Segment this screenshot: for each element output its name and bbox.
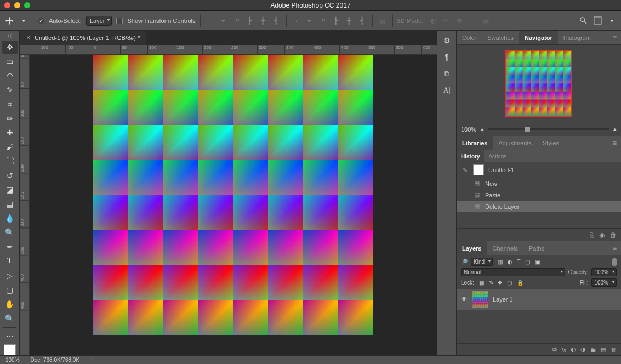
stamp-tool[interactable]: ⛶ bbox=[2, 155, 18, 168]
layer-mask-icon[interactable]: ◐ bbox=[571, 346, 576, 353]
type-tool[interactable]: T bbox=[2, 254, 18, 268]
toolbar-collapse-icon[interactable]: ⟨⟨ bbox=[8, 33, 12, 38]
zoom-slider[interactable] bbox=[488, 128, 609, 130]
canvas-viewport[interactable] bbox=[30, 55, 437, 355]
dodge-tool[interactable]: 🔍 bbox=[2, 226, 18, 239]
align-right-icon[interactable]: ┫ bbox=[271, 15, 282, 26]
navigator-zoom-value[interactable]: 100% bbox=[461, 126, 476, 133]
zoom-out-icon[interactable]: ▴ bbox=[481, 126, 484, 133]
eyedropper-tool[interactable]: ✑ bbox=[2, 112, 18, 125]
layer-list[interactable]: 👁Layer 1 bbox=[457, 289, 621, 343]
lock-transparent-icon[interactable]: ▦ bbox=[479, 280, 484, 286]
search-icon[interactable] bbox=[578, 16, 588, 26]
filter-pixel-icon[interactable]: ▥ bbox=[498, 259, 503, 265]
layer-name[interactable]: Layer 1 bbox=[493, 296, 513, 303]
align-vcenter-icon[interactable]: ⫟ bbox=[218, 15, 229, 26]
tab-styles[interactable]: Styles bbox=[537, 136, 565, 150]
blur-tool[interactable]: 💧 bbox=[2, 212, 18, 225]
lock-position-icon[interactable]: ✥ bbox=[498, 280, 502, 286]
tab-navigator[interactable]: Navigator bbox=[519, 31, 558, 44]
visibility-icon[interactable]: 👁 bbox=[461, 295, 468, 303]
fill-field[interactable]: 100% bbox=[591, 278, 617, 287]
tab-histogram[interactable]: Histogram bbox=[558, 31, 596, 44]
gradient-tool[interactable]: ▤ bbox=[2, 197, 18, 211]
filter-adjust-icon[interactable]: ◐ bbox=[508, 259, 512, 265]
lock-pixels-icon[interactable]: ✎ bbox=[489, 280, 493, 286]
panel-menu-icon[interactable]: ≡ bbox=[608, 34, 621, 42]
new-snapshot-icon[interactable]: ⎘ bbox=[590, 231, 594, 239]
filter-shape-icon[interactable]: ▢ bbox=[525, 259, 530, 265]
adjustment-icon[interactable]: ◑ bbox=[580, 346, 586, 353]
navigator-body[interactable] bbox=[457, 45, 621, 122]
orbit-icon[interactable]: ◐ bbox=[428, 15, 438, 26]
status-docsize[interactable]: Doc: 768.0K/768.0K bbox=[31, 357, 80, 363]
zoom-in-icon[interactable]: ▴ bbox=[613, 126, 617, 133]
filter-smart-icon[interactable]: ▣ bbox=[535, 259, 540, 265]
tab-color[interactable]: Color bbox=[457, 31, 482, 44]
navigator-thumbnail[interactable] bbox=[505, 50, 572, 117]
paragraph-icon[interactable]: ¶ bbox=[445, 53, 449, 61]
panel-menu-icon[interactable]: ≡ bbox=[608, 244, 621, 252]
move-tool[interactable]: ✥ bbox=[2, 41, 18, 54]
history-doc-row[interactable]: ✎ Untitled-1 bbox=[457, 162, 621, 178]
align-bottom-icon[interactable]: ⫡ bbox=[231, 15, 242, 26]
trash-icon[interactable]: 🗑 bbox=[611, 346, 617, 353]
glyphs-icon[interactable]: ⧉ bbox=[444, 69, 449, 78]
auto-select-checkbox[interactable] bbox=[38, 18, 44, 24]
window-zoom[interactable] bbox=[24, 2, 30, 8]
status-chevron-icon[interactable]: 〉 bbox=[90, 356, 96, 364]
layer-row[interactable]: 👁Layer 1 bbox=[457, 289, 621, 310]
history-item[interactable]: ▤New bbox=[457, 178, 621, 189]
dist-bottom-icon[interactable]: ⫡ bbox=[317, 15, 328, 26]
close-tab-icon[interactable]: × bbox=[26, 34, 30, 42]
dist-top-icon[interactable]: ⫠ bbox=[291, 15, 302, 26]
trash-icon[interactable]: 🗑 bbox=[610, 231, 617, 239]
foreground-swatch[interactable] bbox=[4, 344, 16, 355]
history-panel[interactable]: ✎ Untitled-1 ▤New▤Paste▤Delete Layer bbox=[457, 162, 621, 228]
history-brush-tool[interactable]: ↺ bbox=[2, 169, 18, 182]
document-canvas[interactable] bbox=[93, 55, 373, 335]
pan-icon[interactable]: ✥ bbox=[454, 15, 465, 26]
crop-tool[interactable]: ⌗ bbox=[2, 98, 18, 111]
lock-artboard-icon[interactable]: ▢ bbox=[507, 280, 512, 286]
camera-icon[interactable]: ▣ bbox=[480, 15, 491, 26]
slide-icon[interactable]: ↔ bbox=[467, 15, 478, 26]
lasso-tool[interactable]: ◠ bbox=[2, 69, 18, 82]
lock-all-icon[interactable]: 🔒 bbox=[517, 280, 523, 286]
auto-align-icon[interactable]: ▦ bbox=[377, 15, 388, 26]
eraser-tool[interactable]: ◪ bbox=[2, 183, 18, 196]
filter-toggle[interactable] bbox=[612, 258, 617, 266]
pen-tool[interactable]: ✒ bbox=[2, 240, 18, 253]
dist-right-icon[interactable]: ┫ bbox=[357, 15, 368, 26]
transform-checkbox[interactable] bbox=[116, 18, 123, 24]
brush-tool[interactable]: 🖌 bbox=[2, 140, 18, 153]
roll-icon[interactable]: ⟳ bbox=[441, 15, 452, 26]
auto-select-dropdown[interactable]: Layer bbox=[86, 16, 112, 26]
tab-history[interactable]: History bbox=[457, 150, 484, 162]
tab-layers[interactable]: Layers bbox=[457, 241, 487, 255]
window-minimize[interactable] bbox=[14, 2, 20, 8]
history-item[interactable]: ▤Paste bbox=[457, 189, 621, 201]
options-chevron-icon[interactable]: ▾ bbox=[19, 16, 29, 26]
hand-tool[interactable]: ✋ bbox=[2, 298, 18, 311]
zoom-tool[interactable]: 🔍 bbox=[2, 312, 18, 325]
dist-vcenter-icon[interactable]: ⫟ bbox=[304, 15, 315, 26]
blend-mode-dropdown[interactable]: Normal bbox=[461, 268, 565, 276]
status-zoom[interactable]: 100% bbox=[5, 357, 20, 363]
marquee-tool[interactable]: ▭ bbox=[2, 55, 18, 68]
tab-swatches[interactable]: Swatches bbox=[482, 31, 519, 44]
camera-icon[interactable]: ◉ bbox=[599, 231, 605, 239]
kind-search-icon[interactable]: 🔎 bbox=[461, 259, 468, 265]
align-top-icon[interactable]: ⫠ bbox=[205, 15, 216, 26]
healing-tool[interactable]: ✚ bbox=[2, 126, 18, 139]
workspace-icon[interactable] bbox=[592, 16, 602, 26]
link-layers-icon[interactable]: ⧉ bbox=[552, 346, 557, 353]
dist-hcenter-icon[interactable]: ╋ bbox=[344, 15, 355, 26]
tab-actions[interactable]: Actions bbox=[484, 150, 511, 162]
ruler-vertical[interactable]: 050100150200250300350400450 bbox=[20, 55, 30, 355]
group-icon[interactable]: 🖿 bbox=[590, 346, 596, 353]
opacity-field[interactable]: 100% bbox=[591, 268, 617, 276]
panel-menu-icon[interactable]: ≡ bbox=[608, 139, 621, 147]
tab-adjustments[interactable]: Adjustments bbox=[493, 136, 537, 150]
tab-channels[interactable]: Channels bbox=[487, 241, 523, 255]
